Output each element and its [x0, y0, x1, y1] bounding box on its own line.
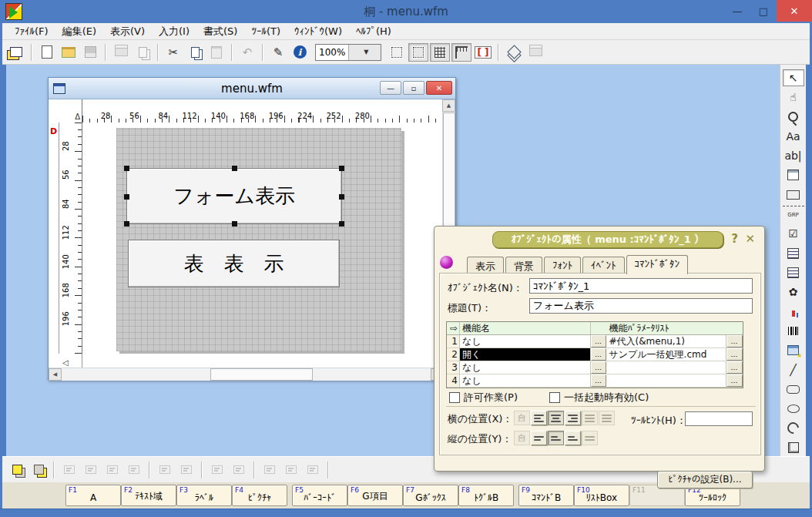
- item[interactable]: F10 ﾘｽﾄBox: [574, 485, 629, 506]
- check-radio-tool[interactable]: ☑: [783, 225, 804, 242]
- maximize-button[interactable]: □: [750, 0, 777, 22]
- roundrect-tool[interactable]: [783, 381, 804, 398]
- function-more-button[interactable]: …: [591, 335, 607, 347]
- list-box-tool[interactable]: [783, 244, 804, 261]
- param-more-button[interactable]: …: [726, 335, 743, 347]
- halign-center-button[interactable]: [548, 411, 564, 425]
- subform-tool[interactable]: [783, 342, 804, 359]
- new-file-icon[interactable]: [37, 43, 57, 62]
- なし[interactable]: 4 なし … …: [447, 374, 743, 388]
- hand-tool[interactable]: ☝: [783, 89, 804, 106]
- item[interactable]: F1 A: [65, 485, 121, 506]
- scroll-left-button[interactable]: ◀: [49, 368, 62, 381]
- layers-icon[interactable]: [504, 43, 524, 62]
- valign-bottom-button[interactable]: [565, 431, 581, 445]
- chart-tool[interactable]: [783, 303, 804, 320]
- combo-box-tool[interactable]: [783, 264, 804, 281]
- line-tool[interactable]: ╱: [783, 361, 804, 378]
- brackets-icon[interactable]: [473, 43, 493, 62]
- selection-handle[interactable]: [232, 166, 237, 171]
- snap-on-icon[interactable]: [408, 43, 428, 62]
- selection-handle[interactable]: [124, 166, 129, 171]
- selection-handle[interactable]: [124, 194, 129, 200]
- selection-handle[interactable]: [339, 221, 344, 227]
- menu-tools[interactable]: ﾂｰﾙ(T): [245, 24, 287, 39]
- dialog-close-button[interactable]: ✕: [745, 232, 755, 246]
- zoom-tool[interactable]: [783, 109, 804, 126]
- menu-format[interactable]: 書式(S): [197, 23, 243, 40]
- ellipse-tool[interactable]: [783, 400, 804, 417]
- edit-pencil-icon[interactable]: ✎: [268, 43, 288, 62]
- canvas-command-button-1[interactable]: フォーム表示: [126, 168, 342, 224]
- なし[interactable]: 3 なし … …: [447, 361, 743, 374]
- group-box-tool[interactable]: GRP: [783, 206, 804, 223]
- selection-handle[interactable]: [339, 194, 344, 200]
- selection-handle[interactable]: [339, 166, 344, 171]
- param-more-button[interactable]: …: [726, 361, 743, 374]
- snap-off-icon[interactable]: [387, 43, 407, 62]
- chevron-down-icon[interactable]: ▼: [348, 45, 381, 60]
- menu-edit[interactable]: 編集(E): [56, 23, 102, 40]
- caption-input[interactable]: フォーム表示: [529, 298, 753, 314]
- menu-file[interactable]: ﾌｧｲﾙ(F): [8, 24, 55, 39]
- document-title-bar[interactable]: menu.wfm — ▫ ✕: [49, 78, 455, 99]
- tab-font[interactable]: ﾌｫﾝﾄ: [544, 257, 581, 274]
- item[interactable]: F4 ﾋﾟｸﾁｬ: [232, 485, 287, 506]
- tab-event[interactable]: ｲﾍﾞﾝﾄ: [582, 257, 625, 274]
- function-more-button[interactable]: …: [591, 374, 607, 387]
- pointer-tool[interactable]: ↖: [783, 69, 804, 86]
- cut-icon[interactable]: ✂: [163, 43, 183, 62]
- menu-help[interactable]: ﾍﾙﾌﾟ(H): [350, 24, 398, 39]
- selection-handle[interactable]: [124, 221, 129, 227]
- horizontal-scrollbar[interactable]: ◀ ▶: [49, 368, 444, 381]
- font-tool[interactable]: Aa: [783, 128, 804, 145]
- rectangle-tool[interactable]: [783, 186, 804, 203]
- object-attributes-icon[interactable]: [290, 43, 310, 62]
- bring-to-front-icon[interactable]: [7, 461, 27, 479]
- send-to-back-icon[interactable]: [29, 461, 49, 479]
- form-grid[interactable]: フォーム表示 表 表 示: [116, 128, 401, 351]
- なし[interactable]: 1 なし … #代入(&menu,1) …: [447, 335, 743, 348]
- help-button[interactable]: ?: [731, 232, 738, 246]
- item[interactable]: F6 G項目: [347, 485, 403, 506]
- menu-view[interactable]: 表示(V): [104, 23, 151, 40]
- param-more-button[interactable]: …: [726, 348, 743, 361]
- grid-toggle-icon[interactable]: [430, 43, 450, 62]
- arc-tool[interactable]: [783, 420, 804, 437]
- zoom-combobox[interactable]: 100% ▼: [315, 44, 381, 61]
- item[interactable]: F5 ﾊﾞｰｺｰﾄﾞ: [292, 485, 347, 506]
- item[interactable]: F9 ｺﾏﾝﾄﾞB: [518, 485, 574, 506]
- tab-command-button[interactable]: ｺﾏﾝﾄﾞﾎﾞﾀﾝ: [626, 255, 689, 274]
- tab-display[interactable]: 表示: [467, 257, 504, 274]
- function-more-button[interactable]: …: [591, 348, 607, 361]
- form-canvas[interactable]: フォーム表示 表 表 示: [82, 123, 444, 354]
- horizontal-scroll-thumb[interactable]: [210, 368, 313, 381]
- valign-middle-button[interactable]: [548, 431, 564, 445]
- item-frame-tool[interactable]: [783, 166, 804, 183]
- menu-window[interactable]: ｳｨﾝﾄﾞｳ(W): [288, 24, 348, 39]
- form-window-icon[interactable]: [6, 43, 26, 62]
- close-button[interactable]: ✕: [777, 0, 812, 22]
- 開く[interactable]: 2 開く … サンプル一括処理.cmd …: [447, 348, 743, 361]
- menu-input[interactable]: 入力(I): [153, 23, 196, 40]
- item[interactable]: F2 ﾃｷｽﾄ域: [121, 485, 176, 506]
- scroll-up-button[interactable]: ▲: [442, 99, 455, 112]
- selection-handle[interactable]: [232, 221, 237, 227]
- halign-right-button[interactable]: [565, 411, 581, 425]
- param-more-button[interactable]: …: [726, 374, 743, 387]
- item[interactable]: F8 ﾄｸﾞﾙB: [458, 485, 514, 506]
- object-name-input[interactable]: ｺﾏﾝﾄﾞﾎﾞﾀﾝ_1: [529, 278, 753, 294]
- open-file-icon[interactable]: [59, 43, 79, 62]
- picture-settings-button[interactable]: ﾋﾟｸﾁｬの設定(B)...: [657, 471, 753, 488]
- tooltip-input[interactable]: [685, 411, 753, 426]
- canvas-command-button-2[interactable]: 表 表 示: [128, 240, 340, 287]
- picture-tool[interactable]: ✿: [783, 284, 804, 300]
- barcode-tool[interactable]: [783, 322, 804, 339]
- minimize-button[interactable]: —: [724, 0, 750, 22]
- doc-restore-button[interactable]: ▫: [403, 81, 424, 95]
- batch-startup-checkbox[interactable]: 一括起動時有効(C): [549, 391, 649, 405]
- item[interactable]: F7 Gﾎﾞｯｸｽ: [403, 485, 458, 506]
- doc-close-button[interactable]: ✕: [426, 81, 452, 95]
- tab-background[interactable]: 背景: [505, 257, 542, 274]
- copy-icon[interactable]: [185, 43, 205, 62]
